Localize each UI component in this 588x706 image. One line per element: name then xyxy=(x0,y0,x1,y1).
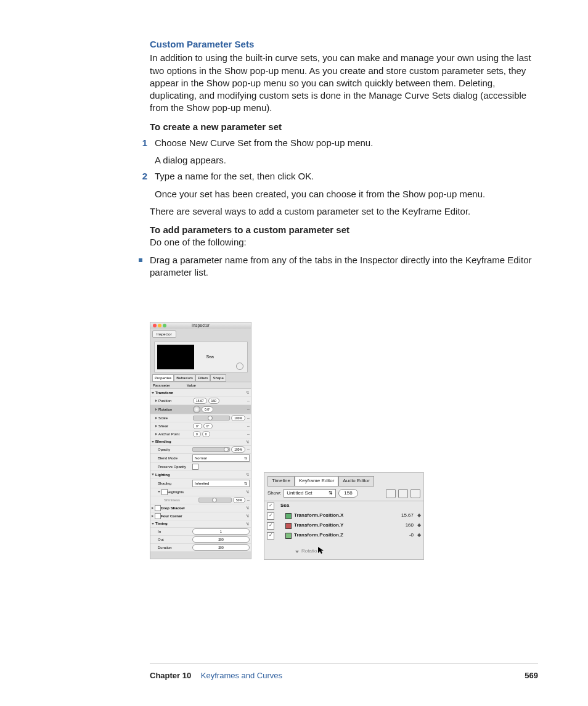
disclosure-icon[interactable] xyxy=(152,507,153,509)
param-blend-mode[interactable]: Blend Mode xyxy=(158,456,192,461)
in-field[interactable]: 1 xyxy=(192,528,250,535)
chapter-number: Chapter 10 xyxy=(150,671,191,680)
rotation-field[interactable]: 0.0° xyxy=(202,406,213,413)
anchor-x-field[interactable]: 0 xyxy=(193,431,201,437)
visibility-checkbox[interactable]: ✓ xyxy=(267,512,274,520)
tab-properties[interactable]: Properties xyxy=(152,374,174,382)
shininess-slider[interactable] xyxy=(198,498,232,503)
duration-field[interactable]: 300 xyxy=(192,544,250,551)
param-row-label[interactable]: Transform.Position.X xyxy=(294,512,389,519)
param-in[interactable]: In xyxy=(158,529,192,534)
group-four-corner: Four Corner xyxy=(161,514,192,519)
scale-field[interactable]: 100% xyxy=(231,415,245,421)
out-field[interactable]: 300 xyxy=(192,536,250,543)
visibility-checkbox[interactable]: ✓ xyxy=(267,532,274,540)
four-corner-checkbox[interactable] xyxy=(155,513,161,519)
visibility-checkbox[interactable]: ✓ xyxy=(267,522,274,530)
disclosure-icon[interactable] xyxy=(155,417,157,419)
param-row-label[interactable]: Transform.Position.Z xyxy=(294,532,389,539)
keyframe-diamond-icon[interactable]: ◆ xyxy=(417,512,421,519)
step-1-text: Choose New Curve Set from the Show pop-u… xyxy=(155,137,535,149)
param-row-value[interactable]: 15.67 xyxy=(389,512,414,519)
curve-tool-button[interactable] xyxy=(398,489,408,498)
step-1-result: A dialog appears. xyxy=(155,154,535,166)
highlights-checkbox[interactable] xyxy=(161,489,168,495)
rotation-dial[interactable] xyxy=(193,406,200,413)
inspector-tab[interactable]: Inspector xyxy=(152,330,176,338)
scale-slider[interactable] xyxy=(193,416,230,421)
inspector-preview: Sea xyxy=(154,342,248,372)
drop-shadow-checkbox[interactable] xyxy=(155,505,161,511)
section-heading: Custom Parameter Sets xyxy=(150,38,535,51)
opacity-field[interactable]: 100% xyxy=(231,446,245,453)
add-params-heading: To add parameters to a custom parameter … xyxy=(150,224,535,236)
visibility-checkbox[interactable]: ✓ xyxy=(267,503,274,510)
inspector-panel: Inspector Inspector Sea Properties Behav… xyxy=(150,322,251,559)
shear-x-field[interactable]: 0° xyxy=(193,423,202,429)
curve-set-select[interactable]: Untitled Set⇅ xyxy=(284,489,336,498)
tab-filters[interactable]: Filters xyxy=(195,374,210,382)
add-keyframe-button[interactable] xyxy=(386,489,396,498)
param-position[interactable]: Position xyxy=(158,398,193,403)
shear-y-field[interactable]: 0° xyxy=(203,423,213,429)
disclosure-icon[interactable] xyxy=(152,515,153,517)
param-duration[interactable]: Duration xyxy=(158,545,192,550)
show-label: Show: xyxy=(267,490,281,497)
group-drop-shadow: Drop Shadow xyxy=(161,506,192,511)
param-row-value[interactable]: 160 xyxy=(389,522,414,529)
snapshot-button[interactable] xyxy=(410,489,420,498)
disclosure-icon[interactable] xyxy=(152,474,154,475)
disclosure-icon[interactable] xyxy=(158,491,160,493)
frame-field[interactable]: 158 xyxy=(338,489,357,498)
tab-timeline[interactable]: Timeline xyxy=(267,476,295,486)
tab-behaviors[interactable]: Behaviors xyxy=(174,374,195,382)
preserve-opacity-checkbox[interactable] xyxy=(192,464,198,470)
keyframe-diamond-icon[interactable]: ◆ xyxy=(417,532,421,539)
col-parameter: Parameter xyxy=(153,383,187,388)
group-lighting: Lighting xyxy=(155,472,190,477)
bullet-text: Drag a parameter name from any of the ta… xyxy=(150,254,535,279)
layer-group[interactable]: Sea xyxy=(280,503,421,509)
opacity-slider[interactable] xyxy=(192,447,230,452)
disclosure-icon[interactable] xyxy=(155,425,157,427)
param-highlights[interactable]: Highlights xyxy=(168,490,196,495)
disclosure-icon xyxy=(295,551,299,553)
mid-paragraph: There are several ways to add a custom p… xyxy=(150,205,535,218)
disclosure-icon[interactable] xyxy=(155,408,157,411)
param-anchor-point[interactable]: Anchor Point xyxy=(158,432,193,437)
group-transform: Transform xyxy=(155,390,190,395)
shading-select[interactable]: Inherited⇅ xyxy=(192,480,250,487)
position-x-field[interactable]: 15.67 xyxy=(193,398,207,404)
color-swatch-icon xyxy=(285,513,292,519)
param-out[interactable]: Out xyxy=(158,537,192,542)
tab-shape[interactable]: Shape xyxy=(210,374,226,382)
disclosure-icon[interactable] xyxy=(155,400,157,402)
anchor-y-field[interactable]: 0 xyxy=(202,431,210,437)
param-row-label[interactable]: Transform.Position.Y xyxy=(294,522,389,529)
param-shininess[interactable]: Shininess xyxy=(164,498,198,503)
keyframe-diamond-icon[interactable]: ◆ xyxy=(417,522,421,529)
disclosure-icon[interactable] xyxy=(155,433,157,435)
param-scale[interactable]: Scale xyxy=(158,416,193,421)
param-preserve-opacity[interactable]: Preserve Opacity xyxy=(158,464,192,469)
position-y-field[interactable]: 160 xyxy=(208,398,219,404)
param-rotation[interactable]: Rotation xyxy=(158,407,193,412)
layer-name: Sea xyxy=(206,354,214,359)
group-blending: Blending xyxy=(155,439,190,444)
intro-paragraph: In addition to using the built-in curve … xyxy=(150,52,535,114)
add-params-sub: Do one of the following: xyxy=(150,236,535,248)
param-row-value[interactable]: -0 xyxy=(389,532,414,539)
param-shading[interactable]: Shading xyxy=(158,481,192,486)
disclosure-icon[interactable] xyxy=(152,523,154,525)
disclosure-icon[interactable] xyxy=(152,441,154,443)
play-icon[interactable] xyxy=(236,363,243,370)
param-opacity[interactable]: Opacity xyxy=(158,447,192,452)
blend-mode-select[interactable]: Normal⇅ xyxy=(192,454,250,462)
tab-keyframe-editor[interactable]: Keyframe Editor xyxy=(295,476,338,486)
param-shear[interactable]: Shear xyxy=(158,424,193,429)
step-number-1: 1 xyxy=(137,137,155,149)
page-footer: Chapter 10 Keyframes and Curves 569 xyxy=(150,663,538,681)
tab-audio-editor[interactable]: Audio Editor xyxy=(338,476,374,486)
disclosure-icon[interactable] xyxy=(152,392,154,394)
shininess-field[interactable]: 50% xyxy=(233,497,245,503)
